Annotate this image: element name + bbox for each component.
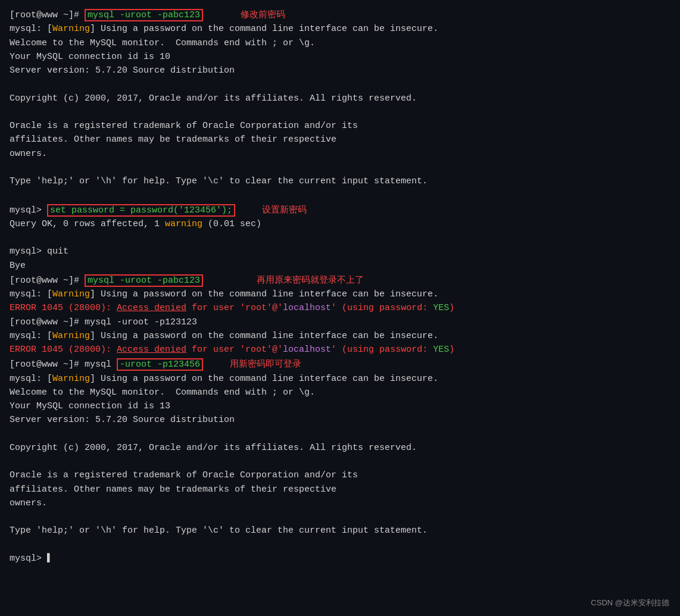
line-7: Oracle is a registered trademark of Orac… <box>10 119 670 133</box>
line-18: [root@www ~]# mysql -uroot -p123123 <box>10 315 670 329</box>
line-23: Welcome to the MySQL monitor. Commands e… <box>10 386 670 399</box>
line-16: mysql: [Warning] Using a password on the… <box>10 287 670 301</box>
line-6: Copyright (c) 2000, 2017, Oracle and/or … <box>10 92 670 105</box>
line-17: ERROR 1045 (28000): Access denied for us… <box>10 301 670 315</box>
line-26: Copyright (c) 2000, 2017, Oracle and/or … <box>10 441 670 455</box>
line-11: mysql> set password = password('123456')… <box>10 202 670 217</box>
line-27: Oracle is a registered trademark of Orac… <box>10 468 670 482</box>
line-14: Bye <box>10 259 670 273</box>
line-13: mysql> quit <box>10 245 670 258</box>
footer-text: CSDN @达米安利拉德 <box>591 597 669 609</box>
line-5: Server version: 5.7.20 Source distributi… <box>10 64 670 77</box>
line-31: mysql> ▌ <box>10 552 670 565</box>
line-blank-4 <box>10 188 670 202</box>
line-blank-1 <box>10 77 670 91</box>
line-2: mysql: [Warning] Using a password on the… <box>10 22 670 36</box>
line-10: Type 'help;' or '\h' for help. Type '\c'… <box>10 174 670 188</box>
line-9: owners. <box>10 147 670 161</box>
terminal: [root@www ~]# mysql -uroot -pabc123 修改前密… <box>10 7 670 565</box>
line-20: ERROR 1045 (28000): Access denied for us… <box>10 343 670 357</box>
line-25: Server version: 5.7.20 Source distributi… <box>10 413 670 427</box>
line-8: affiliates. Other names may be trademark… <box>10 133 670 146</box>
line-blank-7 <box>10 455 670 468</box>
line-blank-8 <box>10 510 670 524</box>
line-29: owners. <box>10 496 670 510</box>
line-blank-5 <box>10 231 670 245</box>
line-blank-3 <box>10 161 670 174</box>
line-4: Your MySQL connection id is 10 <box>10 50 670 64</box>
line-24: Your MySQL connection id is 13 <box>10 399 670 413</box>
line-30: Type 'help;' or '\h' for help. Type '\c'… <box>10 524 670 537</box>
line-21: [root@www ~]# mysql -uroot -p123456 用新密码… <box>10 357 670 371</box>
line-19: mysql: [Warning] Using a password on the… <box>10 329 670 343</box>
line-1: [root@www ~]# mysql -uroot -pabc123 修改前密… <box>10 7 670 22</box>
line-15: [root@www ~]# mysql -uroot -pabc123 再用原来… <box>10 273 670 287</box>
line-blank-9 <box>10 538 670 552</box>
line-3: Welcome to the MySQL monitor. Commands e… <box>10 36 670 50</box>
line-28: affiliates. Other names may be trademark… <box>10 483 670 496</box>
line-22: mysql: [Warning] Using a password on the… <box>10 372 670 386</box>
line-12: Query OK, 0 rows affected, 1 warning (0.… <box>10 217 670 231</box>
line-blank-2 <box>10 105 670 119</box>
line-blank-6 <box>10 427 670 441</box>
